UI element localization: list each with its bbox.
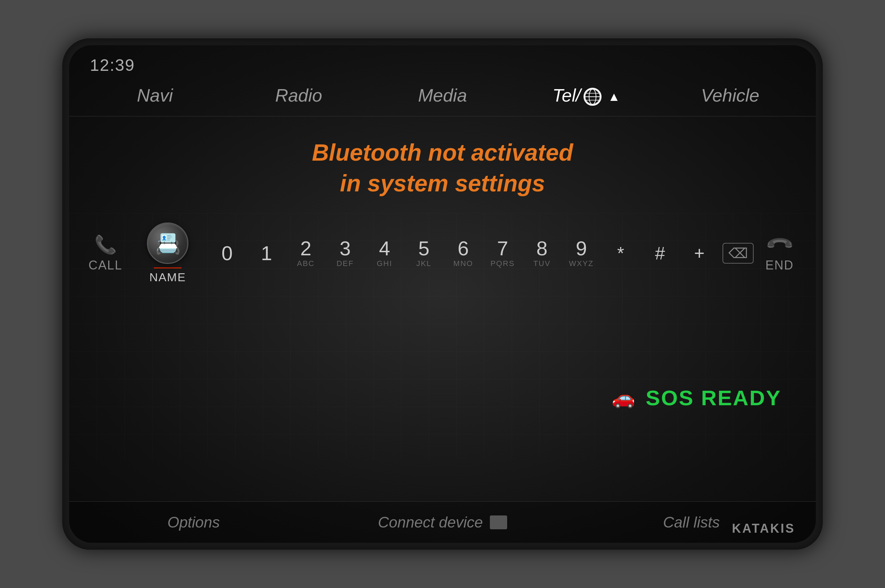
- connect-device-icon: [490, 516, 507, 529]
- backspace-icon: ⌫: [729, 245, 748, 261]
- end-button[interactable]: 📞 END: [757, 234, 802, 273]
- tab-tel[interactable]: Tel/ ▲: [514, 81, 658, 109]
- key-0[interactable]: 0: [213, 243, 241, 263]
- tab-media[interactable]: Media: [371, 81, 514, 109]
- key-2[interactable]: 2 ABC: [292, 238, 320, 268]
- key-plus[interactable]: +: [685, 244, 713, 262]
- key-9[interactable]: 9 WXYZ: [568, 238, 595, 268]
- name-label: NAME: [149, 270, 186, 284]
- key-1[interactable]: 1: [253, 243, 280, 263]
- watermark: KATAKIS: [732, 521, 795, 536]
- end-icon: 📞: [764, 229, 795, 260]
- nav-tabs: Navi Radio Media Tel/ ▲ Vehicle: [69, 78, 816, 116]
- keypad-digits: 0 1 2 ABC 3 DEF 4 GHI: [207, 238, 719, 268]
- globe-icon: [583, 88, 601, 106]
- bottom-tab-connect-label: Connect device: [378, 514, 482, 531]
- key-8[interactable]: 8 TUV: [528, 238, 556, 268]
- sos-text: SOS READY: [646, 386, 781, 410]
- sos-area: 🚗 SOS READY: [69, 294, 816, 501]
- keypad-row: 📞 CALL 📇 NAME 0 1: [69, 212, 816, 294]
- screen-outer: 12:39 Navi Radio Media Tel/ ▲ Vehicle: [62, 38, 823, 550]
- call-icon: 📞: [95, 234, 117, 255]
- end-label: END: [765, 258, 794, 273]
- name-underline: [154, 267, 182, 268]
- bottom-tab-connect[interactable]: Connect device: [318, 507, 567, 538]
- call-label: CALL: [89, 258, 122, 273]
- call-button[interactable]: 📞 CALL: [83, 234, 128, 273]
- contact-book-icon: 📇: [155, 231, 181, 256]
- key-hash[interactable]: #: [646, 244, 674, 262]
- key-7[interactable]: 7 PQRS: [489, 238, 517, 268]
- backspace-button[interactable]: ⌫: [723, 243, 754, 264]
- tab-radio[interactable]: Radio: [227, 81, 371, 109]
- car-icon: 🚗: [612, 387, 636, 409]
- name-circle: 📇: [147, 222, 188, 264]
- bottom-tabs: Options Connect device Call lists: [69, 501, 816, 543]
- key-5[interactable]: 5 JKL: [410, 238, 438, 268]
- name-button[interactable]: 📇 NAME: [138, 222, 197, 284]
- bluetooth-warning-line2: in system settings: [83, 168, 802, 198]
- time-display: 12:39: [69, 45, 816, 78]
- antenna-icon: ▲: [608, 90, 620, 104]
- bluetooth-warning: Bluetooth not activated in system settin…: [69, 116, 816, 212]
- bluetooth-warning-line1: Bluetooth not activated: [83, 137, 802, 168]
- key-star[interactable]: *: [607, 244, 634, 262]
- key-4[interactable]: 4 GHI: [371, 238, 398, 268]
- tab-navi[interactable]: Navi: [83, 81, 227, 109]
- screen-inner: 12:39 Navi Radio Media Tel/ ▲ Vehicle: [69, 45, 816, 543]
- key-6[interactable]: 6 MNO: [449, 238, 477, 268]
- bottom-tab-options[interactable]: Options: [69, 507, 318, 538]
- key-3[interactable]: 3 DEF: [331, 238, 359, 268]
- main-content: Bluetooth not activated in system settin…: [69, 116, 816, 501]
- tab-vehicle[interactable]: Vehicle: [658, 81, 802, 109]
